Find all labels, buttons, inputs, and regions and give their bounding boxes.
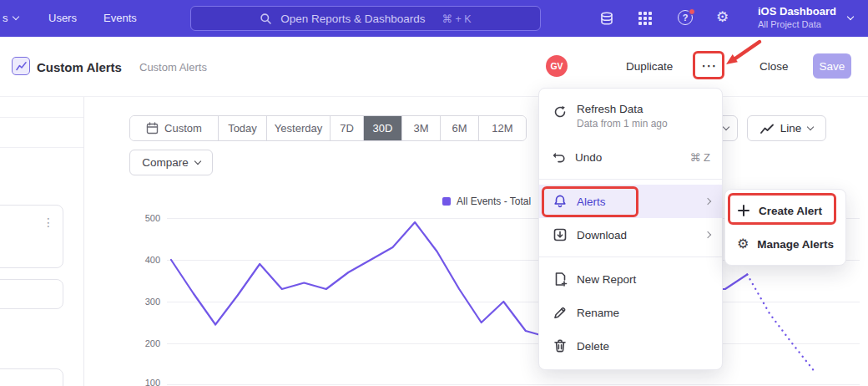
chevron-right-icon <box>704 198 711 205</box>
duplicate-button[interactable]: Duplicate <box>626 60 673 73</box>
menu-item-label: Alerts <box>577 196 606 208</box>
submenu-item-label: Manage Alerts <box>757 238 834 251</box>
search-icon <box>260 13 272 25</box>
chevron-down-icon <box>12 13 18 20</box>
submenu-item-create-alert[interactable]: Create Alert <box>725 194 845 227</box>
legend-label: All Events - Total <box>457 196 531 207</box>
menu-item-label: Delete <box>577 340 609 353</box>
menu-item-alerts[interactable]: Alerts <box>539 185 722 218</box>
kebab-menu-icon[interactable]: ⋮ <box>43 216 54 229</box>
nav-item-label: Users <box>48 12 77 24</box>
project-subtitle: All Project Data <box>758 19 856 29</box>
menu-item-undo[interactable]: Undo ⌘ Z <box>539 140 722 174</box>
compare-button[interactable]: Compare <box>129 150 213 175</box>
menu-item-label: Rename <box>577 307 619 319</box>
menu-item-label: Undo <box>575 151 602 164</box>
refresh-icon <box>553 104 568 119</box>
y-axis-tick: 300 <box>134 297 160 307</box>
menu-divider <box>539 179 722 180</box>
menu-item-new-report[interactable]: New Report <box>539 262 722 296</box>
sidebar-separator <box>0 147 83 148</box>
project-title: iOS Dashboard <box>758 5 856 18</box>
grid-icon <box>638 11 653 26</box>
chart-type-label: Line <box>780 122 802 135</box>
menu-item-delete[interactable]: Delete <box>539 329 722 363</box>
search-placeholder: Open Reports & Dashboards <box>280 13 425 25</box>
page-title: Custom Alerts <box>37 60 122 74</box>
calendar-icon <box>146 122 159 135</box>
chart-series-line-projected <box>747 275 814 371</box>
download-icon <box>553 227 568 242</box>
global-search[interactable]: Open Reports & Dashboards ⌘ + K <box>190 6 541 31</box>
help-button[interactable]: ? <box>678 10 694 26</box>
gear-icon: ⚙ <box>737 236 749 251</box>
menu-item-label: New Report <box>577 273 636 286</box>
menu-item-rename[interactable]: Rename <box>539 296 722 329</box>
submenu-item-manage-alerts[interactable]: ⚙ Manage Alerts <box>725 227 845 261</box>
top-nav: s Users Events Open Reports & Dashboards… <box>0 0 868 37</box>
nav-item-partial[interactable]: s <box>3 12 18 24</box>
notification-dot <box>689 8 695 15</box>
new-report-icon <box>553 272 568 287</box>
compare-label: Compare <box>142 156 189 169</box>
chevron-down-icon <box>723 124 729 130</box>
menu-item-download[interactable]: Download <box>539 218 722 251</box>
y-axis-tick: 400 <box>134 255 160 265</box>
bell-icon <box>553 194 568 209</box>
nav-item-events[interactable]: Events <box>103 12 137 24</box>
segment-30d-selected[interactable]: 30D <box>364 116 402 140</box>
trash-icon <box>553 338 568 353</box>
menu-item-refresh-data[interactable]: Refresh Data Data from 1 min ago <box>539 95 722 140</box>
segment-12m[interactable]: 12M <box>479 116 526 140</box>
search-shortcut: ⌘ + K <box>442 13 472 25</box>
more-options-button[interactable]: ⋯ <box>701 56 718 75</box>
line-chart-icon <box>760 123 774 135</box>
sidebar-card[interactable] <box>0 368 63 386</box>
menu-divider <box>539 256 722 257</box>
legend-swatch <box>442 197 451 206</box>
chart-type-button[interactable]: Line <box>747 115 826 141</box>
menu-item-shortcut: ⌘ Z <box>689 151 710 164</box>
sidebar-card[interactable]: ⋮ <box>0 205 63 268</box>
segment-today[interactable]: Today <box>219 116 267 140</box>
sidebar-card[interactable] <box>0 279 63 309</box>
segment-custom[interactable]: Custom <box>130 116 219 140</box>
gear-icon: ⚙ <box>716 9 729 25</box>
nav-item-users[interactable]: Users <box>48 12 77 24</box>
apps-grid-button[interactable] <box>638 11 653 26</box>
segment-6m[interactable]: 6M <box>441 116 479 140</box>
pencil-icon <box>553 305 568 320</box>
report-header: Custom Alerts Custom Alerts GV Duplicate… <box>0 37 868 97</box>
chevron-down-icon <box>807 124 814 130</box>
close-button[interactable]: Close <box>760 60 789 73</box>
project-switcher[interactable]: iOS Dashboard All Project Data <box>758 5 856 29</box>
report-icon <box>12 57 30 75</box>
y-axis-tick: 500 <box>134 213 160 223</box>
chevron-down-icon <box>194 158 201 165</box>
save-button[interactable]: Save <box>813 53 851 79</box>
sidebar-divider <box>83 97 84 386</box>
alerts-submenu: Create Alert ⚙ Manage Alerts <box>724 189 846 266</box>
avatar[interactable]: GV <box>546 55 568 77</box>
menu-item-label: Refresh Data <box>577 103 668 115</box>
submenu-item-label: Create Alert <box>759 205 822 217</box>
database-icon <box>599 11 614 26</box>
sidebar-separator <box>0 117 83 118</box>
report-options-menu: Refresh Data Data from 1 min ago Undo ⌘ … <box>538 88 723 370</box>
settings-button[interactable]: ⚙ <box>716 10 731 25</box>
chevron-right-icon <box>704 231 711 238</box>
segment-label: Custom <box>164 122 202 135</box>
y-axis-tick: 100 <box>134 378 160 386</box>
segment-7d[interactable]: 7D <box>331 116 364 140</box>
undo-icon <box>553 150 566 164</box>
segment-yesterday[interactable]: Yesterday <box>267 116 331 140</box>
data-connections-button[interactable] <box>599 11 614 26</box>
chart-legend: All Events - Total <box>442 196 531 207</box>
menu-item-label: Download <box>577 229 627 241</box>
menu-item-sublabel: Data from 1 min ago <box>577 118 668 130</box>
nav-item-label: Events <box>103 12 137 24</box>
y-axis-tick: 200 <box>134 338 160 348</box>
breadcrumb: Custom Alerts <box>139 61 207 74</box>
segment-3m[interactable]: 3M <box>402 116 441 140</box>
date-range-segmented-control: Custom Today Yesterday 7D 30D 3M 6M 12M <box>129 115 527 141</box>
